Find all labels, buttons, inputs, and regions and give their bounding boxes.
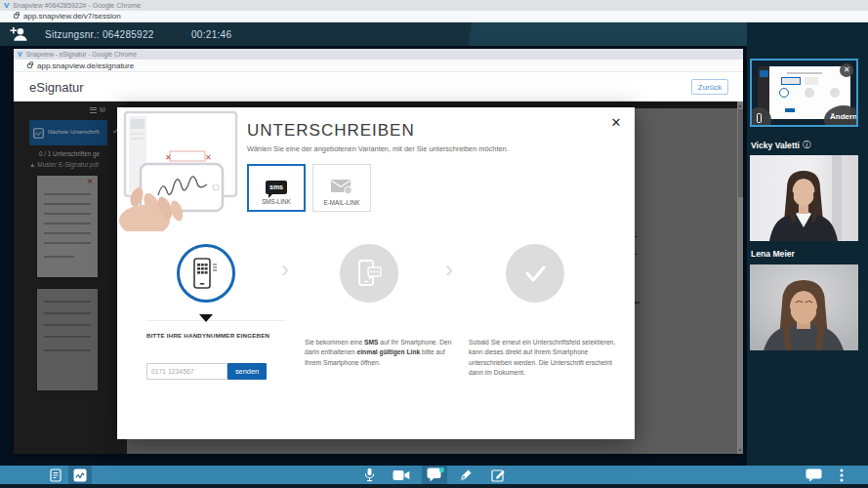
phone-number-input[interactable] [146, 363, 227, 380]
participant-video[interactable] [750, 264, 858, 350]
option-label: SMS-LINK [262, 198, 291, 205]
sign-modal: ✕ ✕ UNTERSCHREIBEN Wählen Sie eine der a… [117, 107, 635, 439]
pointer-down-icon [199, 314, 213, 322]
chat-button[interactable] [803, 466, 824, 484]
add-participant-icon[interactable] [10, 26, 28, 46]
send-button[interactable]: senden [227, 363, 267, 380]
chevron-right-icon: › [445, 256, 453, 283]
inner-window-title: Snapview - eSignatur - Google Chrome [26, 51, 137, 58]
info-icon[interactable]: ⓘ [803, 140, 811, 151]
close-icon[interactable]: ✕ [608, 115, 624, 131]
esignature-window: V Snapview - eSignatur - Google Chrome a… [14, 49, 743, 454]
step-3-description: Sobald Sie erneut ein Unterschriftsfeld … [469, 338, 627, 379]
microphone-button[interactable] [359, 466, 379, 484]
option-email-link[interactable]: E-MAIL-LINK [312, 164, 371, 212]
modal-subtitle: Wählen Sie eine der angebotenen Variante… [247, 144, 509, 153]
inner-url-bar[interactable]: app.snapview.de/esignature [14, 60, 743, 72]
snapview-logo-icon: V [4, 2, 9, 10]
smartphone-message-icon [353, 258, 385, 289]
check-icon [520, 259, 550, 288]
outer-url-bar[interactable]: app.snapview.de/v7/session [0, 11, 868, 22]
more-options-icon[interactable] [834, 466, 849, 484]
outer-window-titlebar: V Snapview #064285922# - Google Chrome [0, 0, 868, 11]
participant-name: Lena Meier [751, 249, 795, 259]
esignature-header: eSignatur Zurück [14, 72, 743, 102]
screenshare-button[interactable] [422, 466, 447, 484]
modal-title: UNTERSCHREIBEN [247, 121, 415, 141]
video-sidebar: ✕ Ändern Vicky Valetti ⓘ [747, 22, 868, 466]
esignature-tool-button[interactable] [68, 466, 92, 484]
phone-keypad-icon [193, 258, 219, 289]
close-icon[interactable]: ✕ [840, 63, 853, 77]
screen: V Snapview #064285922# - Google Chrome a… [0, 0, 868, 488]
participant-video[interactable] [750, 155, 858, 241]
back-button[interactable]: Zurück [691, 79, 728, 95]
screenshare-preview[interactable]: ✕ Ändern [750, 59, 858, 127]
bottom-strip [0, 484, 868, 488]
option-sms-link[interactable]: sms SMS-LINK [247, 164, 306, 212]
inner-window-titlebar: V Snapview - eSignatur - Google Chrome [14, 49, 743, 60]
svg-text:✕: ✕ [165, 153, 172, 162]
envelope-icon [330, 179, 353, 195]
documents-button[interactable] [45, 466, 66, 484]
sms-icon: sms [266, 181, 287, 194]
page-title: eSignatur [29, 80, 84, 95]
svg-text:✕: ✕ [205, 153, 212, 162]
outer-window-title: Snapview #064285922# - Google Chrome [13, 2, 141, 9]
step-1-enter-number [177, 244, 235, 303]
edit-document-button[interactable] [486, 466, 510, 484]
signing-illustration: ✕ ✕ [117, 107, 247, 231]
step-3-done [506, 244, 564, 303]
call-toolbar [0, 466, 868, 484]
camera-button[interactable] [391, 466, 412, 484]
inner-url-text: app.snapview.de/esignature [37, 61, 134, 70]
lock-icon [14, 14, 19, 19]
phone-number-heading: BITTE IHRE HANDYNUMMER EINGEBEN [146, 332, 269, 339]
session-timer: 00:21:46 [191, 29, 231, 40]
session-number: Sitzungsnr.: 064285922 [45, 29, 154, 40]
session-bar: Sitzungsnr.: 064285922 00:21:46 [0, 22, 868, 46]
chevron-right-icon: › [281, 256, 289, 283]
signature-pen-button[interactable] [455, 466, 476, 484]
option-label: E-MAIL-LINK [323, 199, 359, 206]
active-indicator [439, 468, 444, 472]
step-2-description: Sie bekommen eine SMS auf Ihr Smartphone… [305, 338, 463, 368]
outer-url-text: app.snapview.de/v7/session [23, 12, 121, 20]
change-share-button[interactable]: Ändern [824, 105, 858, 127]
step-divider [146, 320, 285, 321]
step-2-open-link [340, 244, 398, 303]
participant-name: Vicky Valetti ⓘ [751, 140, 811, 151]
lock-icon [27, 63, 32, 68]
snapview-favicon-icon: V [18, 51, 22, 58]
